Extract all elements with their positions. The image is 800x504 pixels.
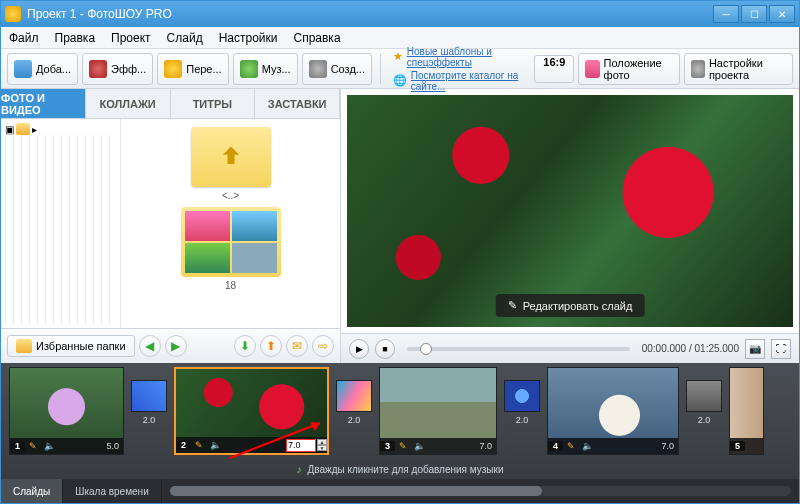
preview-image: [347, 95, 793, 327]
window-title: Проект 1 - ФотоШОУ PRO: [27, 7, 711, 21]
slide-5[interactable]: 5: [729, 367, 764, 455]
folder-up-item[interactable]: <..>: [181, 127, 281, 201]
music-button[interactable]: Муз...: [233, 53, 298, 85]
folder-icon: [16, 123, 30, 135]
separator: [380, 54, 381, 84]
tab-photo-video[interactable]: ФОТО И ВИДЕО: [1, 89, 86, 118]
duration-input[interactable]: [286, 439, 316, 452]
transition-thumb: [131, 380, 167, 412]
folder-icon: [16, 339, 32, 353]
templates-link[interactable]: Новые шаблоны и спецэффекты: [407, 46, 527, 68]
scrollbar-thumb[interactable]: [170, 486, 543, 496]
player-controls: ▶ ■ 00:00.000 / 01:25.000 📷 ⛶: [341, 333, 799, 363]
nav-back-button[interactable]: ◀: [139, 335, 161, 357]
tab-timeline-view[interactable]: Шкала времени: [63, 479, 161, 503]
edit-icon[interactable]: ✎: [395, 441, 411, 451]
slide-4[interactable]: 4✎🔈7.0: [547, 367, 679, 455]
browser-toolbar: Избранные папки ◀ ▶ ⬇ ⬆ ✉ ⇨: [1, 329, 340, 363]
tree-expander[interactable]: ▣: [5, 124, 14, 135]
sound-icon[interactable]: 🔈: [411, 441, 428, 451]
fullscreen-button[interactable]: ⛶: [771, 339, 791, 359]
toolbar: Доба... Эфф... Пере... Муз... Созд... ★Н…: [1, 49, 799, 89]
preview-viewport[interactable]: ✎Редактировать слайд: [347, 95, 793, 327]
transition-2[interactable]: 2.0: [335, 380, 373, 442]
play-button[interactable]: ▶: [349, 339, 369, 359]
aspect-ratio-button[interactable]: 16:9: [534, 55, 574, 83]
globe-icon: 🌐: [393, 74, 407, 87]
snapshot-button[interactable]: 📷: [745, 339, 765, 359]
transition-4[interactable]: 2.0: [685, 380, 723, 442]
menu-project[interactable]: Проект: [103, 31, 159, 45]
transition-thumb: [504, 380, 540, 412]
music-note-icon: [240, 60, 258, 78]
duration-spin-down[interactable]: ▼: [317, 445, 327, 451]
folder-up-icon: [191, 127, 271, 187]
menu-file[interactable]: Файл: [1, 31, 47, 45]
tab-slides-view[interactable]: Слайды: [1, 479, 63, 503]
tab-collages[interactable]: КОЛЛАЖИ: [86, 89, 171, 118]
menu-slide[interactable]: Слайд: [159, 31, 211, 45]
edit-icon[interactable]: ✎: [563, 441, 579, 451]
main-area: ФОТО И ВИДЕО КОЛЛАЖИ ТИТРЫ ЗАСТАВКИ ▣▸ <…: [1, 89, 799, 363]
transitions-button[interactable]: Пере...: [157, 53, 228, 85]
seek-knob[interactable]: [420, 343, 432, 355]
slides-row: 1✎🔈5.0 2.0 2✎🔈 ▲▼ 2.0 3✎🔈7.0 2.0 4✎🔈7.0 …: [1, 363, 799, 459]
edit-slide-button[interactable]: ✎Редактировать слайд: [496, 294, 645, 317]
photo-position-button[interactable]: Положение фото: [578, 53, 679, 85]
horizontal-scrollbar[interactable]: [170, 486, 791, 496]
sound-icon[interactable]: 🔈: [41, 441, 58, 451]
music-note-icon: ♪: [296, 464, 301, 475]
project-settings-button[interactable]: Настройки проекта: [684, 53, 793, 85]
star-bullet-icon: ★: [393, 50, 403, 63]
content-tabs: ФОТО И ВИДЕО КОЛЛАЖИ ТИТРЫ ЗАСТАВКИ: [1, 89, 340, 119]
edit-icon[interactable]: ✎: [191, 440, 207, 450]
slide-1[interactable]: 1✎🔈5.0: [9, 367, 124, 455]
titlebar: Проект 1 - ФотоШОУ PRO ─ ☐ ✕: [1, 1, 799, 27]
nav-forward-button[interactable]: ▶: [165, 335, 187, 357]
music-track[interactable]: ♪ Дважды кликните для добавления музыки: [1, 459, 799, 479]
effects-icon: [89, 60, 107, 78]
transition-3[interactable]: 2.0: [503, 380, 541, 442]
tab-splash[interactable]: ЗАСТАВКИ: [255, 89, 340, 118]
transition-thumb: [686, 380, 722, 412]
close-button[interactable]: ✕: [769, 5, 795, 23]
slide-3[interactable]: 3✎🔈7.0: [379, 367, 497, 455]
left-pane: ФОТО И ВИДЕО КОЛЛАЖИ ТИТРЫ ЗАСТАВКИ ▣▸ <…: [1, 89, 341, 363]
sound-icon[interactable]: 🔈: [579, 441, 596, 451]
gear-icon: [309, 60, 327, 78]
position-icon: [585, 60, 599, 78]
thumbnail-image: [181, 207, 281, 277]
effects-button[interactable]: Эфф...: [82, 53, 153, 85]
menu-edit[interactable]: Правка: [47, 31, 104, 45]
upload-button[interactable]: ⬆: [260, 335, 282, 357]
download-button[interactable]: ⬇: [234, 335, 256, 357]
thumbnail-list: <..> 18: [121, 119, 340, 328]
tab-titles[interactable]: ТИТРЫ: [171, 89, 256, 118]
stop-button[interactable]: ■: [375, 339, 395, 359]
app-icon: [5, 6, 21, 22]
menu-help[interactable]: Справка: [285, 31, 348, 45]
thumbnail-item[interactable]: 18: [181, 207, 281, 291]
menu-settings[interactable]: Настройки: [211, 31, 286, 45]
add-button[interactable]: Доба...: [7, 53, 78, 85]
time-display: 00:00.000 / 01:25.000: [642, 343, 739, 354]
sound-icon[interactable]: 🔈: [207, 440, 224, 450]
transition-1[interactable]: 2.0: [130, 380, 168, 442]
preview-pane: ✎Редактировать слайд ▶ ■ 00:00.000 / 01:…: [341, 89, 799, 363]
maximize-button[interactable]: ☐: [741, 5, 767, 23]
seek-slider[interactable]: [407, 347, 630, 351]
edit-icon[interactable]: ✎: [25, 441, 41, 451]
pencil-icon: ✎: [508, 299, 517, 312]
camera-icon: [14, 60, 32, 78]
export-button[interactable]: ⇨: [312, 335, 334, 357]
timeline-tabs: Слайды Шкала времени: [1, 479, 799, 503]
timeline: 1✎🔈5.0 2.0 2✎🔈 ▲▼ 2.0 3✎🔈7.0 2.0 4✎🔈7.0 …: [1, 363, 799, 503]
add-folder-button[interactable]: ✉: [286, 335, 308, 357]
create-button[interactable]: Созд...: [302, 53, 372, 85]
folder-tree[interactable]: ▣▸: [1, 119, 121, 328]
favorites-button[interactable]: Избранные папки: [7, 335, 135, 357]
info-links: ★Новые шаблоны и спецэффекты 🌐Посмотрите…: [393, 46, 527, 92]
minimize-button[interactable]: ─: [713, 5, 739, 23]
slide-2[interactable]: 2✎🔈 ▲▼: [174, 367, 329, 455]
star-icon: [164, 60, 182, 78]
